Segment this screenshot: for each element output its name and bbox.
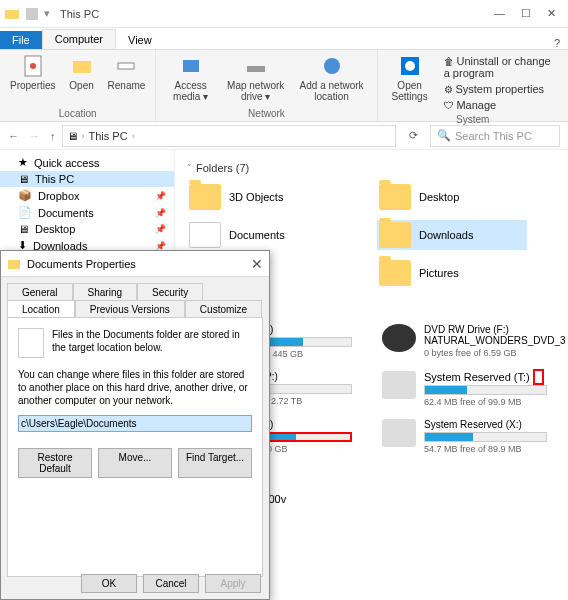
star-icon: ★ — [18, 156, 28, 169]
qat-dropdown-icon[interactable]: ▾ — [44, 7, 50, 20]
folder-documents[interactable]: Documents — [187, 220, 337, 250]
dialog-desc-2: You can change where files in this folde… — [18, 368, 252, 407]
search-icon: 🔍 — [437, 129, 451, 142]
sidebar-item-quick-access[interactable]: ★Quick access — [0, 154, 174, 171]
quick-access-toolbar: ▾ — [4, 6, 50, 22]
folder-icon — [379, 260, 411, 286]
tab-security[interactable]: Security — [137, 283, 203, 301]
svg-rect-1 — [26, 8, 38, 20]
add-location-icon — [320, 54, 344, 78]
ribbon-group-location: Properties Open Rename Location — [0, 50, 156, 121]
folder-downloads[interactable]: Downloads — [377, 220, 527, 250]
save-icon[interactable] — [24, 6, 40, 22]
svg-rect-7 — [247, 66, 265, 72]
map-drive-button[interactable]: Map network drive ▾ — [221, 52, 291, 104]
caret-icon: ˅ — [187, 163, 192, 173]
highlight-box — [533, 369, 544, 385]
properties-button[interactable]: Properties — [6, 52, 60, 93]
sidebar-item-documents[interactable]: 📄Documents📌 — [0, 204, 174, 221]
pin-icon: 📌 — [155, 224, 166, 234]
svg-rect-5 — [118, 63, 134, 69]
tab-view[interactable]: View — [116, 31, 164, 49]
dialog-footer: OK Cancel Apply — [81, 574, 261, 593]
drive-x[interactable]: System Reserved (X:)54.7 MB free of 89.9… — [382, 419, 547, 454]
svg-rect-0 — [5, 10, 19, 19]
tab-customize[interactable]: Customize — [185, 300, 262, 318]
dialog-close-button[interactable]: ✕ — [251, 256, 263, 272]
folder-desktop[interactable]: Desktop — [377, 182, 527, 212]
drive-icon — [382, 419, 416, 447]
uninstall-button[interactable]: 🗑 Uninstall or change a program — [442, 54, 556, 80]
desktop-icon: 🖥 — [18, 223, 29, 235]
media-icon — [179, 54, 203, 78]
back-button[interactable]: ← — [8, 130, 19, 142]
tab-previous-versions[interactable]: Previous Versions — [75, 300, 185, 318]
settings-icon — [398, 54, 422, 78]
properties-icon — [21, 54, 45, 78]
documents-properties-dialog: Documents Properties ✕ General Sharing S… — [0, 250, 270, 600]
system-mini-buttons: 🗑 Uninstall or change a program ⚙ System… — [436, 52, 562, 114]
tab-computer[interactable]: Computer — [42, 29, 116, 49]
open-icon — [70, 54, 94, 78]
system-props-button[interactable]: ⚙ System properties — [442, 82, 556, 96]
box-icon: 📦 — [18, 189, 32, 202]
apply-button[interactable]: Apply — [205, 574, 261, 593]
sidebar-item-this-pc[interactable]: 🖥This PC — [0, 171, 174, 187]
dialog-tabs-row2: Location Previous Versions Customize — [7, 300, 263, 317]
breadcrumb-root[interactable]: This PC — [89, 130, 128, 142]
location-path-input[interactable] — [18, 415, 252, 432]
dialog-desc-1: Files in the Documents folder are stored… — [52, 328, 252, 358]
folders-heading[interactable]: ˅Folders (7) — [187, 162, 556, 174]
restore-default-button[interactable]: Restore Default — [18, 448, 92, 478]
add-location-button[interactable]: Add a network location — [293, 52, 371, 104]
close-button[interactable]: ✕ — [547, 7, 556, 20]
svg-point-10 — [405, 61, 415, 71]
help-icon[interactable]: ? — [554, 37, 560, 49]
tab-file[interactable]: File — [0, 31, 42, 49]
folder-3d-objects[interactable]: 3D Objects — [187, 182, 337, 212]
ok-button[interactable]: OK — [81, 574, 137, 593]
refresh-button[interactable]: ⟳ — [402, 129, 424, 142]
drive-dvd[interactable]: DVD RW Drive (F:) NATURAL_WONDERS_DVD_30… — [382, 324, 547, 359]
rename-button[interactable]: Rename — [104, 52, 150, 93]
manage-button[interactable]: 🛡 Manage — [442, 98, 556, 112]
open-button[interactable]: Open — [62, 52, 102, 93]
move-button[interactable]: Move... — [98, 448, 172, 478]
pc-icon: 🖥 — [18, 173, 29, 185]
minimize-button[interactable]: — — [494, 7, 505, 20]
dialog-title: Documents Properties — [27, 258, 136, 270]
tab-general[interactable]: General — [7, 283, 73, 301]
dialog-titlebar[interactable]: Documents Properties ✕ — [1, 251, 269, 277]
up-button[interactable]: ↑ — [50, 130, 56, 142]
cancel-button[interactable]: Cancel — [143, 574, 199, 593]
ribbon-tabs: File Computer View ? — [0, 28, 568, 50]
folder-icon — [4, 6, 20, 22]
ribbon-group-system: Open Settings 🗑 Uninstall or change a pr… — [378, 50, 568, 121]
svg-point-3 — [30, 63, 36, 69]
folder-icon — [379, 184, 411, 210]
svg-rect-4 — [73, 61, 91, 73]
folder-pictures[interactable]: Pictures — [377, 258, 527, 288]
search-input[interactable]: 🔍 Search This PC — [430, 125, 560, 147]
rename-icon — [114, 54, 138, 78]
folder-icon — [7, 257, 21, 271]
sidebar-item-dropbox[interactable]: 📦Dropbox📌 — [0, 187, 174, 204]
forward-button[interactable]: → — [29, 130, 40, 142]
find-target-button[interactable]: Find Target... — [178, 448, 252, 478]
access-media-button[interactable]: Access media ▾ — [162, 52, 218, 104]
tab-sharing[interactable]: Sharing — [73, 283, 137, 301]
pin-icon: 📌 — [155, 241, 166, 251]
dvd-icon — [382, 324, 416, 352]
drive-t[interactable]: System Reserved (T:) 62.4 MB free of 99.… — [382, 371, 547, 407]
svg-point-8 — [324, 58, 340, 74]
doc-icon: 📄 — [18, 206, 32, 219]
open-settings-button[interactable]: Open Settings — [384, 52, 436, 114]
pin-icon: 📌 — [155, 208, 166, 218]
ribbon-group-network: Access media ▾ Map network drive ▾ Add a… — [156, 50, 377, 121]
breadcrumb[interactable]: 🖥 › This PC › — [62, 125, 397, 147]
folder-icon — [189, 222, 221, 248]
window-titlebar: ▾ This PC — ☐ ✕ — [0, 0, 568, 28]
sidebar-item-desktop[interactable]: 🖥Desktop📌 — [0, 221, 174, 237]
maximize-button[interactable]: ☐ — [521, 7, 531, 20]
tab-location[interactable]: Location — [7, 300, 75, 318]
